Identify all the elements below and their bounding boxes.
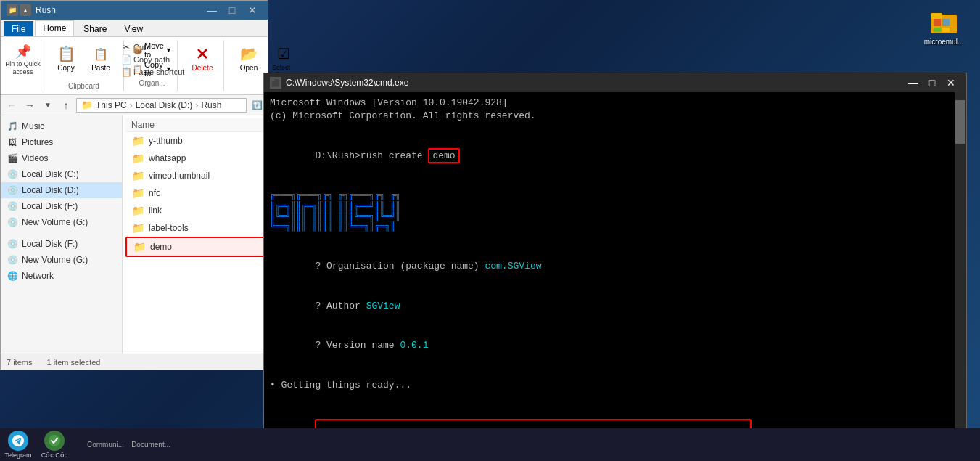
move-to-button[interactable]: 📦 Move to ▼ bbox=[133, 41, 172, 59]
telegram-label: Telegram bbox=[4, 452, 31, 459]
cmd-scroll-thumb[interactable] bbox=[955, 100, 965, 144]
file-item-whatsapp[interactable]: 📁 whatsapp bbox=[125, 150, 265, 167]
cmd-blank-4 bbox=[270, 366, 960, 379]
cmd-org-q: ? Organisation (package name) bbox=[315, 261, 485, 272]
file-name-label-tools: label-tools bbox=[149, 223, 189, 233]
taskbar-telegram[interactable]: Telegram bbox=[0, 428, 36, 461]
cmd-line-author: ? Author SGView bbox=[270, 287, 960, 327]
taskbar: Telegram Cốc Cốc Communi... Document... bbox=[0, 428, 980, 461]
delete-button[interactable]: Delete bbox=[186, 41, 218, 74]
delete-icon bbox=[192, 44, 213, 64]
sidebar-item-pictures[interactable]: 🖼 Pictures bbox=[1, 134, 122, 150]
cmd-title-text: C:\Windows\System32\cmd.exe bbox=[286, 78, 899, 88]
address-path-display[interactable]: 📁 This PC › Local Disk (D:) › Rush bbox=[76, 98, 247, 113]
cmd-line-2: (c) Microsoft Corporation. All rights re… bbox=[270, 110, 960, 123]
copy-to-button[interactable]: 📋 Copy to ▼ bbox=[133, 60, 172, 78]
delete-label: Delete bbox=[192, 64, 213, 72]
sidebar-item-videos[interactable]: 🎬 Videos bbox=[1, 150, 122, 166]
cmd-ascii-art: ╔═══╗╔═══╗╔╗ ╔╗╔═══╗╔╗ ╔╗ ║╔═╗║║╔═╗║║║ ║… bbox=[270, 190, 960, 232]
pin-quick-access-button[interactable]: 📌 Pin to Quickaccess bbox=[2, 41, 44, 78]
cmd-maximize-button[interactable]: □ bbox=[923, 75, 942, 91]
file-name-whatsapp: whatsapp bbox=[149, 153, 186, 163]
file-item-demo[interactable]: 📁 demo bbox=[125, 237, 265, 257]
tab-file[interactable]: File bbox=[4, 21, 33, 36]
path-sep-1: › bbox=[130, 100, 133, 110]
folder-icon-label-tools: 📁 bbox=[131, 221, 144, 234]
path-rush[interactable]: Rush bbox=[201, 100, 221, 110]
sidebar-label-music: Music bbox=[22, 121, 44, 131]
title-bar-small-icons: 📁 ▲ bbox=[7, 4, 31, 16]
sidebar-item-new-volume-g1[interactable]: 💿 New Volume (G:) bbox=[1, 214, 122, 230]
sidebar-item-network[interactable]: 🌐 Network bbox=[1, 268, 122, 284]
file-item-y-tthumb[interactable]: 📁 y-tthumb bbox=[125, 132, 265, 150]
cmd-scrollbar[interactable] bbox=[955, 92, 966, 449]
tab-home[interactable]: Home bbox=[35, 20, 74, 36]
desktop-icon-label: microemul... bbox=[924, 38, 963, 46]
sidebar-label-pictures: Pictures bbox=[22, 137, 53, 147]
sidebar-item-local-c[interactable]: 💿 Local Disk (C:) bbox=[1, 166, 122, 182]
file-item-link[interactable]: 📁 link bbox=[125, 202, 265, 219]
recent-button[interactable]: ▼ bbox=[40, 97, 56, 113]
tab-view[interactable]: View bbox=[116, 21, 151, 36]
cmd-close-button[interactable]: ✕ bbox=[942, 75, 960, 91]
title-bar-buttons: — □ ✕ bbox=[202, 2, 262, 18]
sidebar-item-local-f1[interactable]: 💿 Local Disk (F:) bbox=[1, 198, 122, 214]
pictures-icon: 🖼 bbox=[7, 136, 18, 148]
sidebar-item-local-d[interactable]: 💿 Local Disk (D:) bbox=[1, 182, 122, 198]
cmd-line-getting: • Getting things ready... bbox=[270, 379, 960, 392]
local-f2-icon: 💿 bbox=[7, 238, 18, 250]
desktop-icon-microemul[interactable]: microemul... bbox=[922, 7, 965, 46]
folder-icon-link: 📁 bbox=[131, 204, 144, 217]
copy-button[interactable]: 📋 Copy bbox=[50, 41, 82, 74]
copy-to-label: Copy to bbox=[144, 60, 164, 78]
sidebar-label-network: Network bbox=[22, 271, 54, 281]
pin-label: Pin to Quickaccess bbox=[5, 60, 41, 76]
move-to-label: Move to bbox=[144, 41, 164, 59]
sidebar-label-videos: Videos bbox=[22, 153, 48, 163]
paste-button[interactable]: 📋 Paste bbox=[85, 41, 117, 74]
path-local-d[interactable]: Local Disk (D:) bbox=[136, 100, 193, 110]
file-item-label-tools[interactable]: 📁 label-tools bbox=[125, 219, 265, 237]
file-item-vimeothumbnail[interactable]: 📁 vimeothumbnail bbox=[125, 167, 265, 184]
cmd-blank-5 bbox=[270, 392, 960, 405]
sidebar-item-music[interactable]: 🎵 Music bbox=[1, 118, 122, 134]
address-bar: ← → ▼ ↑ 📁 This PC › Local Disk (D:) › Ru… bbox=[1, 95, 268, 115]
sidebar: 🎵 Music 🖼 Pictures 🎬 Videos 💿 Local Disk… bbox=[1, 115, 123, 354]
sidebar-item-new-volume-g2[interactable]: 💿 New Volume (G:) bbox=[1, 252, 122, 268]
taskbar-coccoc[interactable]: Cốc Cốc bbox=[36, 428, 73, 461]
cmd-content: Microsoft Windows [Version 10.0.19042.92… bbox=[264, 92, 966, 449]
svg-rect-3 bbox=[942, 19, 950, 26]
telegram-icon bbox=[8, 431, 28, 451]
cmd-blank-3 bbox=[270, 234, 960, 247]
folder-icon-vimeothumbnail: 📁 bbox=[131, 169, 144, 182]
sidebar-label-new-volume-g1: New Volume (G:) bbox=[22, 217, 88, 227]
sidebar-label-local-f2: Local Disk (F:) bbox=[22, 239, 78, 249]
path-this-pc[interactable]: This PC bbox=[96, 100, 127, 110]
svg-rect-1 bbox=[931, 13, 942, 19]
selected-count: 1 item selected bbox=[46, 358, 100, 367]
explorer-main: 🎵 Music 🖼 Pictures 🎬 Videos 💿 Local Disk… bbox=[1, 115, 268, 354]
copy-icon: 📋 bbox=[56, 44, 76, 64]
back-button[interactable]: ← bbox=[4, 97, 20, 113]
sidebar-scroll: 🎵 Music 🖼 Pictures 🎬 Videos 💿 Local Disk… bbox=[1, 118, 122, 284]
cmd-blank-1 bbox=[270, 123, 960, 136]
network-icon: 🌐 bbox=[7, 270, 18, 282]
file-name-link: link bbox=[149, 205, 162, 216]
up-button[interactable]: ↑ bbox=[58, 97, 74, 113]
minimize-button[interactable]: — bbox=[202, 2, 221, 18]
quick-access-items: 📌 Pin to Quickaccess bbox=[2, 41, 44, 90]
forward-button[interactable]: → bbox=[22, 97, 38, 113]
file-explorer-title-bar: 📁 ▲ Rush — □ ✕ bbox=[1, 1, 268, 20]
tab-share[interactable]: Share bbox=[75, 21, 115, 36]
maximize-button[interactable]: □ bbox=[223, 2, 242, 18]
file-item-nfc[interactable]: 📁 nfc bbox=[125, 184, 265, 202]
cmd-author-val: SGView bbox=[366, 301, 400, 311]
cmd-org-val: com.SGView bbox=[485, 261, 541, 272]
refresh-button[interactable]: 🔃 bbox=[249, 97, 265, 113]
cmd-author-q: ? Author bbox=[315, 301, 366, 311]
sidebar-item-local-f2[interactable]: 💿 Local Disk (F:) bbox=[1, 236, 122, 252]
close-button[interactable]: ✕ bbox=[243, 2, 262, 18]
local-f1-icon: 💿 bbox=[7, 200, 18, 212]
cmd-minimize-button[interactable]: — bbox=[904, 75, 923, 91]
open-button[interactable]: 📂 Open bbox=[233, 41, 265, 74]
